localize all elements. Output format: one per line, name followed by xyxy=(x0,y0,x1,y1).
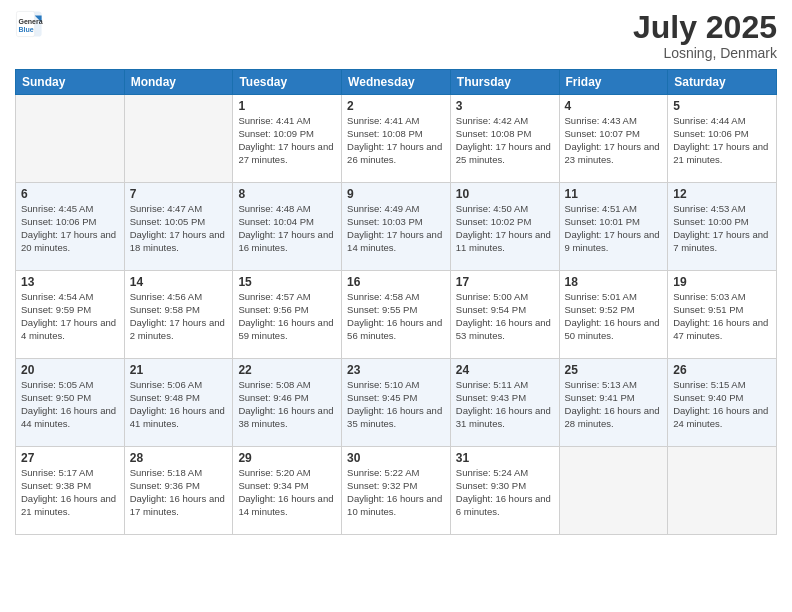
day-number: 28 xyxy=(130,451,228,465)
day-info: Sunrise: 5:22 AM Sunset: 9:32 PM Dayligh… xyxy=(347,467,445,518)
day-info: Sunrise: 4:57 AM Sunset: 9:56 PM Dayligh… xyxy=(238,291,336,342)
day-info: Sunrise: 5:24 AM Sunset: 9:30 PM Dayligh… xyxy=(456,467,554,518)
day-info: Sunrise: 4:47 AM Sunset: 10:05 PM Daylig… xyxy=(130,203,228,254)
day-number: 27 xyxy=(21,451,119,465)
day-cell xyxy=(16,95,125,183)
day-info: Sunrise: 5:06 AM Sunset: 9:48 PM Dayligh… xyxy=(130,379,228,430)
day-cell: 14Sunrise: 4:56 AM Sunset: 9:58 PM Dayli… xyxy=(124,271,233,359)
logo-icon: General Blue xyxy=(15,10,43,38)
day-info: Sunrise: 4:49 AM Sunset: 10:03 PM Daylig… xyxy=(347,203,445,254)
day-cell: 22Sunrise: 5:08 AM Sunset: 9:46 PM Dayli… xyxy=(233,359,342,447)
day-number: 23 xyxy=(347,363,445,377)
day-info: Sunrise: 5:08 AM Sunset: 9:46 PM Dayligh… xyxy=(238,379,336,430)
day-info: Sunrise: 5:17 AM Sunset: 9:38 PM Dayligh… xyxy=(21,467,119,518)
day-cell: 23Sunrise: 5:10 AM Sunset: 9:45 PM Dayli… xyxy=(342,359,451,447)
svg-text:General: General xyxy=(19,18,44,25)
day-header-tuesday: Tuesday xyxy=(233,70,342,95)
day-info: Sunrise: 4:45 AM Sunset: 10:06 PM Daylig… xyxy=(21,203,119,254)
day-number: 11 xyxy=(565,187,663,201)
day-cell: 18Sunrise: 5:01 AM Sunset: 9:52 PM Dayli… xyxy=(559,271,668,359)
day-info: Sunrise: 4:41 AM Sunset: 10:09 PM Daylig… xyxy=(238,115,336,166)
day-info: Sunrise: 5:03 AM Sunset: 9:51 PM Dayligh… xyxy=(673,291,771,342)
day-info: Sunrise: 4:54 AM Sunset: 9:59 PM Dayligh… xyxy=(21,291,119,342)
day-number: 14 xyxy=(130,275,228,289)
day-cell xyxy=(559,447,668,535)
day-info: Sunrise: 5:00 AM Sunset: 9:54 PM Dayligh… xyxy=(456,291,554,342)
header: General Blue July 2025 Losning, Denmark xyxy=(15,10,777,61)
day-cell: 26Sunrise: 5:15 AM Sunset: 9:40 PM Dayli… xyxy=(668,359,777,447)
day-number: 8 xyxy=(238,187,336,201)
day-cell: 31Sunrise: 5:24 AM Sunset: 9:30 PM Dayli… xyxy=(450,447,559,535)
week-row-4: 20Sunrise: 5:05 AM Sunset: 9:50 PM Dayli… xyxy=(16,359,777,447)
day-info: Sunrise: 5:18 AM Sunset: 9:36 PM Dayligh… xyxy=(130,467,228,518)
day-number: 31 xyxy=(456,451,554,465)
day-header-monday: Monday xyxy=(124,70,233,95)
day-header-thursday: Thursday xyxy=(450,70,559,95)
day-info: Sunrise: 4:50 AM Sunset: 10:02 PM Daylig… xyxy=(456,203,554,254)
day-number: 26 xyxy=(673,363,771,377)
day-info: Sunrise: 5:15 AM Sunset: 9:40 PM Dayligh… xyxy=(673,379,771,430)
day-number: 1 xyxy=(238,99,336,113)
day-cell: 11Sunrise: 4:51 AM Sunset: 10:01 PM Dayl… xyxy=(559,183,668,271)
day-number: 25 xyxy=(565,363,663,377)
day-number: 5 xyxy=(673,99,771,113)
day-cell: 19Sunrise: 5:03 AM Sunset: 9:51 PM Dayli… xyxy=(668,271,777,359)
day-cell: 21Sunrise: 5:06 AM Sunset: 9:48 PM Dayli… xyxy=(124,359,233,447)
day-number: 2 xyxy=(347,99,445,113)
day-cell: 29Sunrise: 5:20 AM Sunset: 9:34 PM Dayli… xyxy=(233,447,342,535)
day-cell: 10Sunrise: 4:50 AM Sunset: 10:02 PM Dayl… xyxy=(450,183,559,271)
day-number: 22 xyxy=(238,363,336,377)
logo: General Blue xyxy=(15,10,43,38)
day-info: Sunrise: 4:43 AM Sunset: 10:07 PM Daylig… xyxy=(565,115,663,166)
day-info: Sunrise: 5:10 AM Sunset: 9:45 PM Dayligh… xyxy=(347,379,445,430)
day-info: Sunrise: 4:53 AM Sunset: 10:00 PM Daylig… xyxy=(673,203,771,254)
day-number: 16 xyxy=(347,275,445,289)
day-cell: 3Sunrise: 4:42 AM Sunset: 10:08 PM Dayli… xyxy=(450,95,559,183)
day-cell: 13Sunrise: 4:54 AM Sunset: 9:59 PM Dayli… xyxy=(16,271,125,359)
day-cell: 2Sunrise: 4:41 AM Sunset: 10:08 PM Dayli… xyxy=(342,95,451,183)
day-number: 20 xyxy=(21,363,119,377)
day-info: Sunrise: 4:48 AM Sunset: 10:04 PM Daylig… xyxy=(238,203,336,254)
day-cell: 24Sunrise: 5:11 AM Sunset: 9:43 PM Dayli… xyxy=(450,359,559,447)
day-cell: 6Sunrise: 4:45 AM Sunset: 10:06 PM Dayli… xyxy=(16,183,125,271)
day-cell xyxy=(124,95,233,183)
day-cell: 30Sunrise: 5:22 AM Sunset: 9:32 PM Dayli… xyxy=(342,447,451,535)
week-row-5: 27Sunrise: 5:17 AM Sunset: 9:38 PM Dayli… xyxy=(16,447,777,535)
day-number: 6 xyxy=(21,187,119,201)
day-number: 21 xyxy=(130,363,228,377)
day-cell: 27Sunrise: 5:17 AM Sunset: 9:38 PM Dayli… xyxy=(16,447,125,535)
calendar-table: SundayMondayTuesdayWednesdayThursdayFrid… xyxy=(15,69,777,535)
day-info: Sunrise: 5:11 AM Sunset: 9:43 PM Dayligh… xyxy=(456,379,554,430)
day-info: Sunrise: 4:44 AM Sunset: 10:06 PM Daylig… xyxy=(673,115,771,166)
day-info: Sunrise: 4:41 AM Sunset: 10:08 PM Daylig… xyxy=(347,115,445,166)
day-number: 15 xyxy=(238,275,336,289)
svg-text:Blue: Blue xyxy=(19,26,34,33)
day-cell: 12Sunrise: 4:53 AM Sunset: 10:00 PM Dayl… xyxy=(668,183,777,271)
day-number: 10 xyxy=(456,187,554,201)
day-number: 9 xyxy=(347,187,445,201)
page: General Blue July 2025 Losning, Denmark … xyxy=(0,0,792,612)
day-cell: 20Sunrise: 5:05 AM Sunset: 9:50 PM Dayli… xyxy=(16,359,125,447)
day-header-sunday: Sunday xyxy=(16,70,125,95)
day-info: Sunrise: 4:42 AM Sunset: 10:08 PM Daylig… xyxy=(456,115,554,166)
day-info: Sunrise: 4:56 AM Sunset: 9:58 PM Dayligh… xyxy=(130,291,228,342)
subtitle: Losning, Denmark xyxy=(633,45,777,61)
day-number: 18 xyxy=(565,275,663,289)
day-number: 13 xyxy=(21,275,119,289)
day-cell: 17Sunrise: 5:00 AM Sunset: 9:54 PM Dayli… xyxy=(450,271,559,359)
day-cell: 4Sunrise: 4:43 AM Sunset: 10:07 PM Dayli… xyxy=(559,95,668,183)
main-title: July 2025 xyxy=(633,10,777,45)
day-number: 30 xyxy=(347,451,445,465)
day-cell: 28Sunrise: 5:18 AM Sunset: 9:36 PM Dayli… xyxy=(124,447,233,535)
day-number: 7 xyxy=(130,187,228,201)
day-info: Sunrise: 4:58 AM Sunset: 9:55 PM Dayligh… xyxy=(347,291,445,342)
day-cell: 16Sunrise: 4:58 AM Sunset: 9:55 PM Dayli… xyxy=(342,271,451,359)
week-row-1: 1Sunrise: 4:41 AM Sunset: 10:09 PM Dayli… xyxy=(16,95,777,183)
day-info: Sunrise: 5:20 AM Sunset: 9:34 PM Dayligh… xyxy=(238,467,336,518)
day-number: 4 xyxy=(565,99,663,113)
day-cell xyxy=(668,447,777,535)
day-cell: 8Sunrise: 4:48 AM Sunset: 10:04 PM Dayli… xyxy=(233,183,342,271)
day-header-friday: Friday xyxy=(559,70,668,95)
day-header-wednesday: Wednesday xyxy=(342,70,451,95)
day-info: Sunrise: 5:01 AM Sunset: 9:52 PM Dayligh… xyxy=(565,291,663,342)
